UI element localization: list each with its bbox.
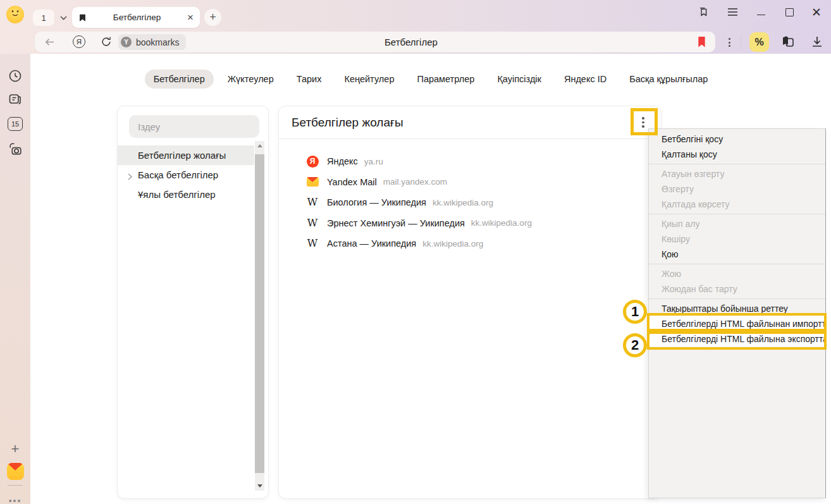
mail-rail-button[interactable] (0, 460, 30, 482)
settings-nav: Бетбелгілер Жүктеулер Тарих Кеңейтулер П… (30, 70, 831, 89)
minimize-button[interactable] (753, 4, 769, 20)
bookmark-url: kk.wikipedia.org (422, 239, 483, 249)
bookmarks-title: Бетбелгілер жолағы (292, 116, 634, 130)
folder-item-bookmarks-bar[interactable]: Бетбелгілер жолағы (118, 145, 254, 165)
nav-tab-settings[interactable]: Параметрлер (408, 70, 483, 89)
wikipedia-favicon: W (307, 218, 317, 228)
tab-group-chevron-button[interactable] (56, 9, 71, 26)
bookmark-url: kk.wikipedia.org (471, 218, 532, 228)
clock-icon (8, 68, 23, 83)
close-icon: ✕ (811, 6, 822, 18)
bookmark-row[interactable]: W Эрнест Хемингуэй — Уикипедия kk.wikipe… (279, 213, 661, 234)
bookmark-tab-icon (78, 13, 87, 22)
menu-divider (649, 164, 825, 164)
back-button[interactable] (44, 36, 56, 51)
browser-window: 1 Бетбелгілер × + ✕ (0, 0, 831, 504)
bookmark-flag-button[interactable] (697, 36, 706, 51)
yandex-favicon: Я (307, 156, 319, 168)
rail-add-button[interactable]: + (0, 438, 30, 460)
folder-item-other-bookmarks[interactable]: Басқа бетбелгілер (118, 165, 254, 185)
window-close-button[interactable]: ✕ (808, 4, 825, 20)
bookmarks-panel-icon (697, 6, 710, 18)
menu-item-add-folder[interactable]: Қалтаны қосу (649, 147, 825, 162)
annotation-step-2: 2 (623, 333, 647, 357)
discount-extension-button[interactable]: % (749, 32, 769, 52)
nav-tab-extensions[interactable]: Кеңейтулер (335, 70, 403, 89)
nav-tab-security[interactable]: Қауіпсіздік (488, 70, 550, 89)
bookmarks-more-button[interactable] (634, 114, 652, 132)
collections-button[interactable] (780, 34, 796, 52)
calendar-rail-button[interactable]: 15 (0, 113, 30, 135)
mail-favicon (307, 177, 319, 187)
menu-item-rename: Атауын өзгерту (649, 166, 825, 181)
hamburger-menu-icon (727, 8, 738, 16)
rail-more-button[interactable]: ••• (0, 490, 30, 504)
cards-icon (8, 92, 23, 107)
address-bar[interactable]: Я Y bookmarks Бетбелгілер (35, 32, 715, 52)
nav-tab-other-devices[interactable]: Басқа құрылғылар (620, 70, 717, 89)
folder-label: Ұялы бетбелгілер (138, 189, 216, 200)
tab-close-button[interactable]: × (187, 12, 194, 23)
folder-item-mobile-bookmarks[interactable]: Ұялы бетбелгілер (118, 185, 254, 204)
bookmarks-list: Я Яндекс ya.ru Yandex Mail mail.yandex.c… (279, 139, 661, 254)
collections-icon (780, 34, 796, 49)
menu-item-cut: Қиып алу (649, 216, 825, 231)
bookmarks-panel-button[interactable] (695, 4, 711, 20)
new-tab-button[interactable]: + (204, 9, 221, 26)
bookmark-row[interactable]: Я Яндекс ya.ru (279, 151, 661, 172)
browser-menu-button[interactable] (724, 4, 741, 20)
menu-divider (649, 214, 825, 214)
bookmarks-header: Бетбелгілер жолағы (279, 106, 661, 139)
wikipedia-favicon: W (307, 197, 317, 207)
menu-item-add-bookmark[interactable]: Бетбелгіні қосу (649, 132, 825, 147)
site-favicon: Y (121, 37, 132, 47)
scroll-up-icon[interactable] (257, 144, 262, 147)
screenshot-rail-button[interactable] (0, 138, 30, 159)
menu-item-paste[interactable]: Қою (649, 247, 825, 262)
rail-divider (8, 485, 23, 486)
back-arrow-icon (44, 36, 56, 48)
address-text: bookmarks (136, 37, 179, 47)
search-input[interactable] (137, 121, 252, 133)
profile-avatar[interactable] (6, 6, 24, 23)
bookmark-row[interactable]: Yandex Mail mail.yandex.com (279, 172, 661, 193)
downloads-button[interactable] (809, 34, 825, 52)
download-icon (809, 34, 825, 49)
avatar-face-icon (10, 9, 20, 17)
calendar-icon: 15 (8, 117, 23, 131)
scrollbar-thumb[interactable] (255, 154, 264, 473)
nav-tab-downloads[interactable]: Жүктеулер (219, 70, 283, 89)
menu-item-edit: Өзгерту (649, 181, 825, 197)
annotation-import-highlight (647, 313, 827, 331)
menu-item-delete: Жою (649, 266, 825, 281)
history-rail-button[interactable] (0, 65, 30, 87)
side-rail: 15 + ••• (0, 54, 30, 504)
maximize-button[interactable] (781, 4, 797, 20)
nav-tab-bookmarks[interactable]: Бетбелгілер (145, 70, 214, 89)
annotation-step-1: 1 (623, 300, 647, 324)
browser-tab[interactable]: Бетбелгілер × (72, 7, 200, 28)
menu-divider (649, 298, 825, 299)
chevron-right-icon[interactable] (128, 171, 132, 182)
page-title: Бетбелгілер (385, 37, 438, 47)
bookmark-row[interactable]: W Астана — Уикипедия kk.wikipedia.org (279, 233, 661, 254)
yandex-search-button[interactable]: Я (73, 35, 85, 48)
folder-label: Басқа бетбелгілер (138, 169, 218, 180)
nav-tab-yandex-id[interactable]: Яндекс ID (555, 70, 615, 89)
maximize-icon (785, 8, 794, 16)
search-box[interactable] (129, 115, 259, 138)
menu-item-copy: Көшіру (649, 231, 825, 247)
bookmark-url: kk.wikipedia.org (433, 198, 493, 207)
toolbar-more-button[interactable] (724, 35, 734, 50)
site-badge[interactable]: Y bookmarks (118, 34, 186, 50)
notes-rail-button[interactable] (0, 89, 30, 110)
minimize-icon (757, 15, 765, 15)
bookmark-row[interactable]: W Биология — Уикипедия kk.wikipedia.org (279, 192, 661, 213)
tab-group-counter[interactable]: 1 (33, 9, 54, 26)
folders-panel: Бетбелгілер жолағы Басқа бетбелгілер Ұял… (117, 106, 269, 499)
nav-tab-history[interactable]: Тарих (288, 70, 331, 89)
scroll-down-icon[interactable] (257, 484, 262, 488)
menu-item-show-in-folder: Қалтада көрсету (649, 197, 825, 212)
folders-scrollbar[interactable] (255, 141, 264, 491)
reload-button[interactable] (101, 36, 112, 50)
